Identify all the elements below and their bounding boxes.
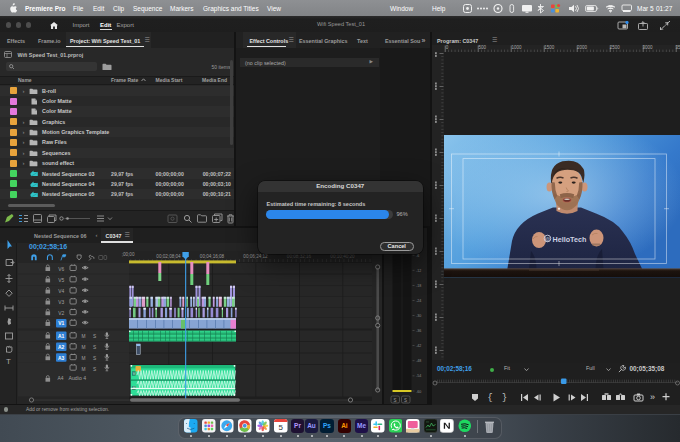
svg-text:00;10;40;20: 00;10;40;20: [330, 254, 355, 259]
svg-text:-42: -42: [416, 344, 421, 348]
svg-text:V4: V4: [58, 289, 64, 294]
svg-text:A4: A4: [58, 376, 64, 381]
svg-text:V1: V1: [58, 320, 64, 326]
svg-text:-6: -6: [416, 254, 419, 258]
svg-text:@: @: [546, 236, 551, 242]
svg-text:S: S: [93, 345, 96, 350]
svg-text:-30: -30: [416, 314, 421, 318]
svg-text:-24: -24: [416, 299, 421, 303]
svg-text:A2: A2: [58, 344, 65, 350]
svg-text:V2: V2: [58, 311, 64, 316]
svg-text:T: T: [6, 357, 11, 366]
svg-text:-60: -60: [416, 390, 421, 394]
svg-text:-48: -48: [416, 359, 421, 363]
svg-text:S: S: [93, 356, 96, 361]
svg-text:-12: -12: [416, 269, 421, 273]
svg-text:-36: -36: [416, 329, 421, 333]
svg-text:00;08;32;16: 00;08;32;16: [287, 254, 312, 259]
svg-text:S: S: [93, 334, 96, 339]
svg-text:M: M: [82, 334, 86, 339]
svg-text:A3: A3: [58, 355, 65, 361]
svg-text:S: S: [404, 398, 407, 403]
svg-text:V3: V3: [58, 300, 64, 305]
svg-text:V6: V6: [58, 267, 64, 272]
svg-text:A1: A1: [58, 333, 65, 339]
svg-text:M: M: [82, 345, 86, 350]
svg-text:5: 5: [279, 423, 284, 432]
svg-text:}: }: [502, 393, 507, 403]
svg-text:»: »: [650, 392, 655, 402]
svg-text:HelloTech: HelloTech: [553, 235, 587, 244]
svg-text:S: S: [394, 398, 397, 403]
svg-text:00;06;24;12: 00;06;24;12: [243, 254, 268, 259]
svg-text:{: {: [488, 393, 493, 403]
svg-text:00;04;16;08: 00;04;16;08: [200, 254, 225, 259]
svg-text:00;02;08;04: 00;02;08;04: [156, 254, 181, 259]
svg-text:M: M: [82, 356, 86, 361]
svg-text:M: M: [82, 367, 86, 372]
svg-text:V5: V5: [58, 278, 64, 283]
svg-text:-54: -54: [416, 374, 421, 378]
svg-text:M: M: [133, 372, 136, 376]
svg-text:S: S: [93, 367, 96, 372]
svg-text:Audio 4: Audio 4: [69, 375, 87, 381]
svg-text:-18: -18: [416, 284, 421, 288]
